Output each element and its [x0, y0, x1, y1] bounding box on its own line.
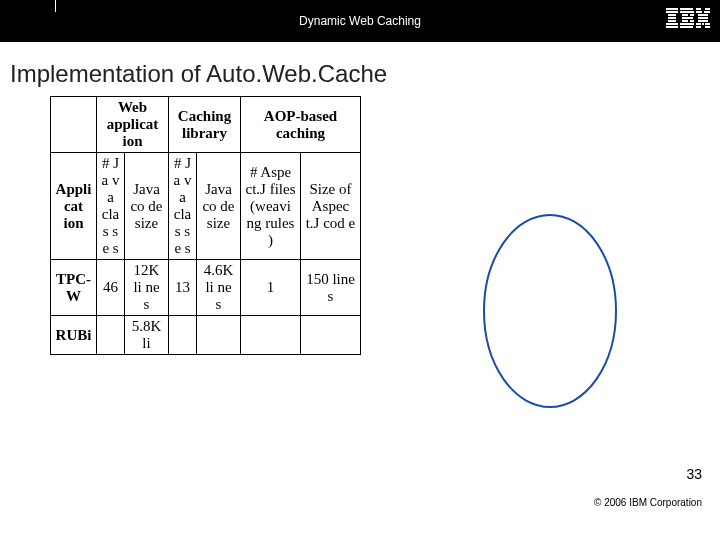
cell-value	[301, 316, 361, 355]
subhead-code-size-1: Java co de size	[125, 153, 169, 260]
svg-rect-30	[705, 26, 710, 28]
svg-rect-22	[698, 17, 708, 19]
header-title: Dynamic Web Caching	[299, 14, 421, 28]
cell-app: RUBi	[51, 316, 97, 355]
cell-value	[197, 316, 241, 355]
ibm-logo-icon	[666, 8, 710, 34]
subhead-aspectj-size: Size of Aspec t.J cod e	[301, 153, 361, 260]
svg-rect-3	[668, 17, 676, 19]
svg-rect-17	[705, 8, 710, 10]
header-blank	[51, 97, 97, 153]
svg-rect-13	[690, 20, 694, 22]
highlight-ellipse-icon	[480, 211, 620, 411]
subhead-application: Appli cat ion	[51, 153, 97, 260]
svg-rect-20	[698, 14, 703, 16]
svg-rect-18	[696, 11, 702, 13]
svg-rect-7	[680, 8, 693, 10]
table-group-row: Web applicat ion Caching library AOP-bas…	[51, 97, 361, 153]
cell-value: 12K li ne s	[125, 260, 169, 316]
slide-body: Web applicat ion Caching library AOP-bas…	[0, 96, 720, 526]
col-group-caching: Caching library	[169, 97, 241, 153]
svg-rect-25	[702, 20, 704, 22]
svg-rect-28	[702, 23, 704, 25]
svg-rect-16	[696, 8, 701, 10]
svg-rect-21	[703, 14, 708, 16]
svg-rect-4	[668, 20, 676, 22]
svg-rect-1	[666, 11, 678, 13]
cell-app: TPC- W	[51, 260, 97, 316]
col-group-webapp: Web applicat ion	[97, 97, 169, 153]
svg-point-31	[484, 215, 616, 407]
cell-value: 150 line s	[301, 260, 361, 316]
svg-rect-9	[682, 14, 688, 16]
subhead-code-size-2: Java co de size	[197, 153, 241, 260]
svg-rect-5	[666, 23, 678, 25]
slide-title: Implementation of Auto.Web.Cache	[0, 42, 720, 96]
cell-value	[241, 316, 301, 355]
cell-value: 1	[241, 260, 301, 316]
cell-value: 13	[169, 260, 197, 316]
table-row: TPC- W 46 12K li ne s 13 4.6K li ne s 1 …	[51, 260, 361, 316]
cell-value: 4.6K li ne s	[197, 260, 241, 316]
svg-rect-8	[680, 11, 694, 13]
cell-value	[169, 316, 197, 355]
col-group-aop: AOP-based caching	[241, 97, 361, 153]
svg-rect-19	[704, 11, 710, 13]
svg-rect-10	[690, 14, 694, 16]
subhead-java-classes-1: # J a v a cla s s e s	[97, 153, 125, 260]
svg-rect-2	[668, 14, 676, 16]
svg-rect-11	[682, 17, 693, 19]
svg-rect-0	[666, 8, 678, 10]
svg-rect-26	[696, 23, 701, 25]
svg-rect-12	[682, 20, 688, 22]
cell-value: 46	[97, 260, 125, 316]
svg-rect-29	[696, 26, 701, 28]
svg-rect-24	[704, 20, 708, 22]
svg-rect-6	[666, 26, 678, 28]
table-row: RUBi 5.8K li	[51, 316, 361, 355]
copyright-text: © 2006 IBM Corporation	[594, 497, 702, 508]
page-number: 33	[686, 466, 702, 482]
table-subheader-row: Appli cat ion # J a v a cla s s e s Java…	[51, 153, 361, 260]
cell-value	[97, 316, 125, 355]
svg-rect-27	[705, 23, 710, 25]
implementation-table: Web applicat ion Caching library AOP-bas…	[50, 96, 361, 355]
subhead-java-classes-2: # J a v a cla s s e s	[169, 153, 197, 260]
subhead-aspectj-files: # Aspe ct.J files (weavi ng rules )	[241, 153, 301, 260]
svg-rect-15	[680, 26, 693, 28]
svg-rect-14	[680, 23, 694, 25]
cell-value: 5.8K li	[125, 316, 169, 355]
header-bar: Dynamic Web Caching	[0, 0, 720, 42]
header-tick	[55, 0, 56, 12]
svg-rect-23	[698, 20, 702, 22]
